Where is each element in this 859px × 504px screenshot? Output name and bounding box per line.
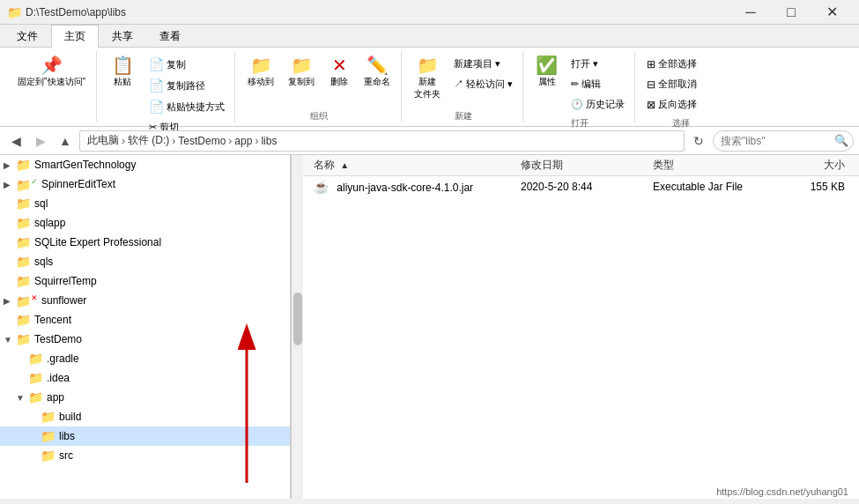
path-segment-app: app	[234, 135, 252, 147]
file-size: 155 KB	[785, 181, 855, 193]
tree-scrollbar[interactable]	[291, 155, 303, 499]
tree-scroll-thumb[interactable]	[293, 293, 302, 345]
minimize-button[interactable]: ─	[730, 0, 771, 25]
invert-icon: ⊠	[647, 99, 655, 111]
pin-group-label	[12, 121, 91, 122]
maximize-button[interactable]: □	[771, 0, 811, 25]
search-icon: 🔍	[834, 134, 848, 147]
path-segment-testdemo: TestDemo	[178, 135, 226, 147]
col-type[interactable]: 类型	[653, 158, 785, 173]
tree-item[interactable]: 📁SquirrelTemp	[0, 271, 290, 291]
path-segment-drive: 软件 (D:)	[128, 133, 169, 148]
tree-item-label: SquirrelTemp	[34, 275, 97, 287]
ribbon-group-new: 📁 新建文件夹 新建项目 ▾ ↗ 轻松访问 ▾ 新建	[404, 51, 523, 122]
folder-icon: 📁	[16, 255, 31, 269]
file-type: Executable Jar File	[653, 181, 785, 193]
ribbon-group-organize: 📁 移动到 📁 复制到 ✕ 删除 ✏️ 重命名 组织	[237, 51, 402, 122]
copy-path-button[interactable]: 📄 复制路径	[144, 76, 229, 95]
organize-label: 组织	[242, 108, 396, 122]
tab-share[interactable]: 共享	[99, 25, 146, 48]
tree-item[interactable]: 📁SQLite Expert Professional	[0, 233, 290, 252]
tree-item[interactable]: 📁Tencent	[0, 310, 290, 330]
tree-item[interactable]: 📁build	[0, 407, 290, 426]
table-row[interactable]: ☕ aliyun-java-sdk-core-4.1.0.jar 2020-5-…	[303, 176, 859, 197]
delete-button[interactable]: ✕ 删除	[323, 53, 355, 92]
file-panel: 名称 ▲ 修改日期 类型 大小 ☕ aliyun-java-sdk-core-4…	[303, 155, 859, 499]
folder-icon: 📁	[16, 332, 31, 346]
open-button[interactable]: 打开 ▾	[566, 55, 629, 73]
easy-access-button[interactable]: ↗ 轻松访问 ▾	[449, 75, 517, 93]
tree-item-label: .gradle	[47, 352, 79, 365]
tree-item[interactable]: 📁.gradle	[0, 349, 290, 368]
file-name: aliyun-java-sdk-core-4.1.0.jar	[337, 182, 473, 194]
tree-item-label: sqls	[34, 256, 53, 268]
properties-icon: ✅	[536, 56, 558, 74]
properties-button[interactable]: ✅ 属性	[530, 53, 563, 92]
ribbon-group-pin: 📌 固定到"快速访问"	[7, 51, 97, 122]
file-header: 名称 ▲ 修改日期 类型 大小	[303, 155, 859, 176]
folder-icon-title: 📁	[7, 5, 22, 19]
tree-item-label: src	[59, 449, 73, 462]
folder-icon: 📁	[41, 448, 56, 463]
history-button[interactable]: 🕐 历史记录	[566, 95, 629, 114]
new-item-button[interactable]: 新建项目 ▾	[449, 55, 517, 73]
organize-content: 📁 移动到 📁 复制到 ✕ 删除 ✏️ 重命名	[242, 51, 396, 108]
up-button[interactable]: ▲	[55, 130, 76, 152]
col-name[interactable]: 名称 ▲	[307, 158, 521, 173]
open-content: ✅ 属性 打开 ▾ ✏ 编辑 🕐 历史记录	[530, 51, 629, 115]
refresh-button[interactable]: ↻	[688, 130, 709, 152]
paste-button[interactable]: 📋 粘贴	[104, 53, 141, 92]
new-content: 📁 新建文件夹 新建项目 ▾ ↗ 轻松访问 ▾	[409, 51, 517, 108]
tree-item[interactable]: ▶📁✕sunflower	[0, 291, 290, 310]
col-date[interactable]: 修改日期	[521, 158, 653, 173]
tree-item[interactable]: 📁libs	[0, 426, 290, 446]
copy-button[interactable]: 📄 复制	[144, 55, 229, 74]
tab-file[interactable]: 文件	[4, 25, 51, 48]
tree-item[interactable]: ▶📁SmartGenTechnology	[0, 155, 290, 174]
tree-item[interactable]: ▶📁✓SpinnerEditText	[0, 174, 290, 194]
tree-item-label: sql	[34, 197, 48, 210]
tree-panel[interactable]: ▶📁SmartGenTechnology▶📁✓SpinnerEditText📁s…	[0, 155, 291, 499]
forward-button[interactable]: ▶	[30, 130, 51, 152]
invert-select-button[interactable]: ⊠ 反向选择	[642, 95, 701, 114]
back-button[interactable]: ◀	[5, 130, 26, 152]
open-col: 打开 ▾ ✏ 编辑 🕐 历史记录	[566, 53, 629, 114]
ribbon-group-open: ✅ 属性 打开 ▾ ✏ 编辑 🕐 历史记录 打开	[525, 51, 635, 122]
copy-to-button[interactable]: 📁 复制到	[283, 53, 320, 92]
pin-button[interactable]: 📌 固定到"快速访问"	[12, 53, 91, 92]
tree-item[interactable]: 📁src	[0, 446, 290, 465]
tree-item[interactable]: ▼📁app	[0, 388, 290, 407]
paste-shortcut-button[interactable]: 📄 粘贴快捷方式	[144, 97, 229, 116]
move-to-button[interactable]: 📁 移动到	[242, 53, 279, 92]
move-icon: 📁	[250, 56, 272, 74]
tab-home[interactable]: 主页	[51, 25, 99, 48]
address-path[interactable]: 此电脑 › 软件 (D:) › TestDemo › app › libs	[79, 130, 685, 152]
tree-item[interactable]: ▼📁TestDemo	[0, 330, 290, 349]
folder-icon: 📁	[16, 313, 31, 327]
search-input[interactable]	[713, 130, 854, 152]
tree-item[interactable]: 📁.idea	[0, 368, 290, 388]
select-all-button[interactable]: ⊞ 全部选择	[642, 55, 701, 73]
edit-button[interactable]: ✏ 编辑	[566, 75, 629, 93]
col-size[interactable]: 大小	[785, 158, 855, 173]
tree-item[interactable]: 📁sqls	[0, 252, 290, 271]
file-date: 2020-5-20 8:44	[521, 181, 653, 193]
tree-item[interactable]: 📁sql	[0, 194, 290, 213]
close-button[interactable]: ✕	[811, 0, 852, 25]
tree-item-label: TestDemo	[34, 333, 82, 345]
folder-icon: 📁	[28, 352, 43, 366]
tree-item[interactable]: 📁sqlapp	[0, 213, 290, 233]
folder-icon: 📁	[16, 235, 31, 249]
ribbon-tabs: 文件 主页 共享 查看	[0, 25, 859, 48]
tab-view[interactable]: 查看	[146, 25, 194, 48]
copy-path-icon: 📄	[149, 78, 164, 93]
tree-item-label: SpinnerEditText	[41, 178, 115, 190]
tree-item-label: app	[47, 391, 64, 404]
rename-button[interactable]: ✏️ 重命名	[359, 53, 396, 92]
search-wrap: 🔍	[713, 130, 854, 152]
new-folder-button[interactable]: 📁 新建文件夹	[409, 53, 446, 104]
deselect-all-button[interactable]: ⊟ 全部取消	[642, 75, 701, 93]
select-col: ⊞ 全部选择 ⊟ 全部取消 ⊠ 反向选择	[642, 53, 701, 114]
paste-shortcut-icon: 📄	[149, 100, 164, 114]
select-all-icon: ⊞	[647, 58, 655, 70]
